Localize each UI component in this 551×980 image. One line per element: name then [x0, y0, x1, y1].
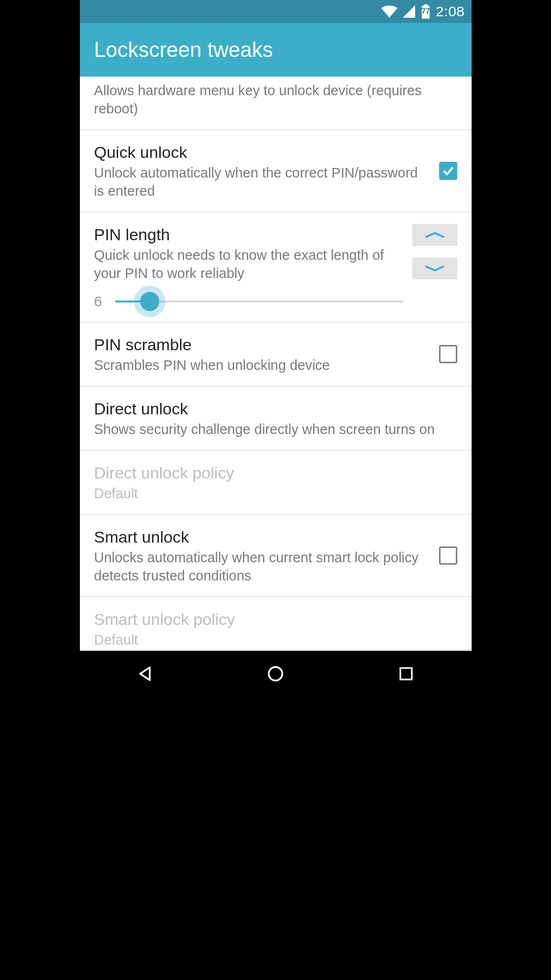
pin-length-value: 6	[94, 293, 107, 310]
pin-length-decrease-button[interactable]	[412, 257, 457, 279]
row-title: Direct unlock policy	[94, 462, 457, 483]
row-title: PIN length	[94, 224, 404, 245]
wifi-icon	[381, 5, 397, 18]
clock: 2:08	[436, 3, 464, 20]
row-subtitle: Shows security challenge directly when s…	[94, 420, 457, 438]
svg-point-2	[269, 667, 282, 680]
row-direct-unlock[interactable]: Direct unlock Shows security challenge d…	[80, 387, 472, 451]
row-title: Direct unlock	[94, 398, 457, 419]
cell-signal-icon	[402, 5, 416, 18]
row-subtitle: Allows hardware menu key to unlock devic…	[94, 81, 457, 118]
row-menu-key-unlock[interactable]: Allows hardware menu key to unlock devic…	[80, 77, 472, 130]
row-title: Smart unlock policy	[94, 609, 457, 630]
checkbox-smart-unlock[interactable]	[439, 546, 457, 565]
nav-bar	[80, 651, 472, 697]
checkbox-pin-scramble[interactable]	[439, 345, 457, 363]
back-button[interactable]	[131, 659, 159, 688]
row-smart-unlock-policy: Smart unlock policy Default	[80, 597, 472, 651]
battery-icon: 77	[420, 4, 431, 19]
row-value: Default	[94, 484, 457, 502]
pin-length-slider[interactable]	[115, 287, 404, 316]
row-direct-unlock-policy: Direct unlock policy Default	[80, 451, 472, 515]
svg-rect-1	[424, 4, 428, 6]
row-smart-unlock[interactable]: Smart unlock Unlocks automatically when …	[80, 515, 472, 597]
battery-percent: 77	[421, 7, 430, 15]
row-title: PIN scramble	[94, 334, 430, 355]
row-subtitle: Unlock automatically when the correct PI…	[94, 164, 430, 200]
row-title: Quick unlock	[94, 142, 430, 163]
row-pin-length[interactable]: PIN length Quick unlock needs to know th…	[80, 212, 472, 323]
settings-list[interactable]: Allows hardware menu key to unlock devic…	[80, 77, 472, 651]
row-title: Smart unlock	[94, 526, 430, 547]
pin-length-increase-button[interactable]	[412, 224, 457, 246]
page-title: Lockscreen tweaks	[94, 38, 273, 62]
row-subtitle: Scrambles PIN when unlocking device	[94, 356, 430, 374]
status-bar: 77 2:08	[80, 0, 472, 23]
row-pin-scramble[interactable]: PIN scramble Scrambles PIN when unlockin…	[80, 323, 472, 387]
row-value: Default	[94, 631, 457, 649]
recents-button[interactable]	[392, 659, 420, 688]
row-subtitle: Quick unlock needs to know the exact len…	[94, 246, 404, 282]
checkbox-quick-unlock[interactable]	[439, 162, 457, 180]
home-button[interactable]	[261, 659, 290, 688]
row-quick-unlock[interactable]: Quick unlock Unlock automatically when t…	[80, 130, 472, 212]
svg-rect-3	[400, 668, 412, 679]
action-bar: Lockscreen tweaks	[80, 23, 472, 77]
row-subtitle: Unlocks automatically when current smart…	[94, 548, 430, 585]
